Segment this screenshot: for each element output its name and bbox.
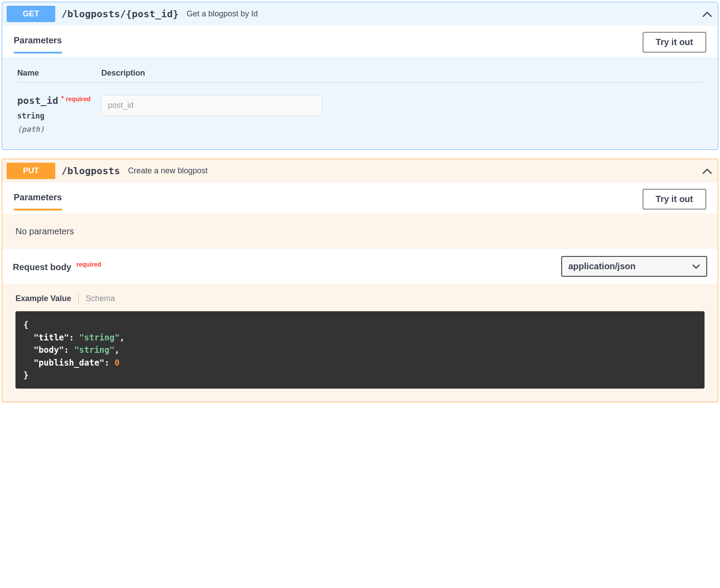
parameters-bar: Parameters Try it out	[2, 26, 718, 57]
post-id-input[interactable]	[101, 95, 322, 116]
try-it-out-button[interactable]: Try it out	[643, 189, 706, 210]
request-body-bar: Request body required application/json	[2, 249, 718, 284]
request-body-label: Request body	[13, 262, 71, 272]
tab-schema[interactable]: Schema	[86, 294, 115, 303]
tab-separator	[78, 294, 79, 303]
endpoint-summary: Get a blogpost by Id	[187, 9, 258, 19]
chevron-up-icon[interactable]	[701, 167, 713, 175]
chevron-down-icon	[692, 261, 700, 271]
param-location: (path)	[17, 125, 101, 134]
code-open-brace: {	[23, 320, 28, 329]
param-input-wrap	[101, 95, 322, 134]
param-name-block: post_id * required string (path)	[17, 95, 101, 134]
code-key-title: "title"	[34, 332, 69, 342]
endpoint-summary: Create a new blogpost	[128, 166, 207, 176]
endpoint-header-put[interactable]: PUT /blogposts Create a new blogpost	[2, 159, 718, 183]
no-parameters-text: No parameters	[2, 214, 718, 249]
required-text: required	[66, 95, 91, 103]
parameters-bar: Parameters Try it out	[2, 183, 718, 214]
code-key-publish-date: "publish_date"	[34, 358, 104, 367]
column-header-description: Description	[101, 69, 703, 78]
param-name: post_id	[17, 95, 58, 106]
parameters-body: Name Description post_id * required stri…	[2, 57, 718, 149]
method-badge-put: PUT	[7, 163, 55, 179]
code-val-title: "string"	[79, 332, 120, 342]
code-val-body: "string"	[74, 345, 115, 355]
request-body-title: Request body required	[13, 261, 101, 272]
code-key-body: "body"	[34, 345, 64, 355]
tab-example-value[interactable]: Example Value	[15, 294, 71, 303]
endpoint-get: GET /blogposts/{post_id} Get a blogpost …	[2, 2, 718, 150]
endpoint-path: /blogposts	[61, 165, 120, 176]
try-it-out-button[interactable]: Try it out	[643, 32, 706, 53]
endpoint-put: PUT /blogposts Create a new blogpost Par…	[2, 159, 718, 402]
required-text: required	[77, 261, 101, 268]
tab-parameters[interactable]: Parameters	[14, 35, 62, 53]
method-badge-get: GET	[7, 6, 55, 22]
code-close-brace: }	[23, 370, 28, 380]
content-type-value: application/json	[568, 261, 636, 271]
content-type-select[interactable]: application/json	[561, 256, 707, 277]
required-star: *	[61, 95, 64, 103]
endpoint-path: /blogposts/{post_id}	[61, 8, 179, 19]
chevron-up-icon[interactable]	[701, 10, 713, 18]
param-type: string	[17, 111, 101, 120]
endpoint-header-get[interactable]: GET /blogposts/{post_id} Get a blogpost …	[2, 2, 718, 26]
code-val-publish-date: 0	[115, 358, 119, 367]
tab-parameters[interactable]: Parameters	[14, 192, 62, 210]
param-row: post_id * required string (path)	[17, 95, 703, 134]
example-json-block[interactable]: { "title": "string", "body": "string", "…	[15, 311, 705, 389]
param-table-head: Name Description	[17, 69, 703, 83]
request-body-content: Example Value Schema { "title": "string"…	[2, 284, 718, 402]
column-header-name: Name	[17, 69, 101, 78]
body-tabs: Example Value Schema	[15, 294, 705, 303]
